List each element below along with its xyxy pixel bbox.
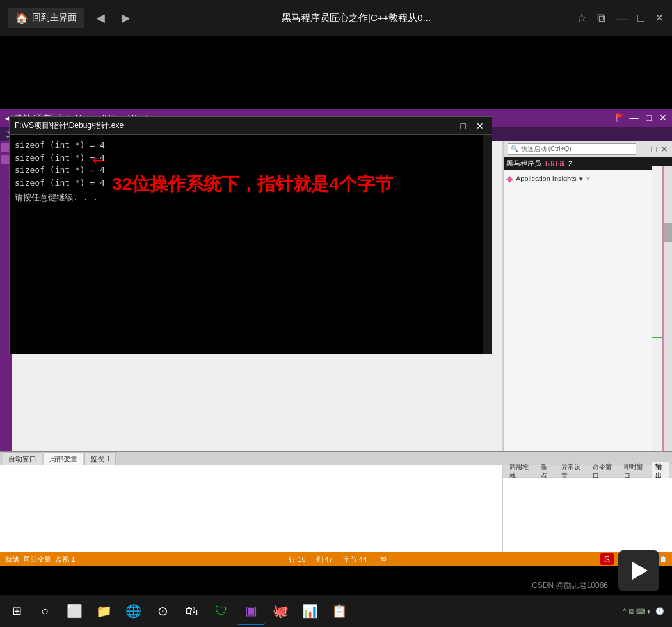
red-arrow: ← xyxy=(93,149,104,170)
home-label: 回到主界面 xyxy=(32,12,77,24)
debug-tabs-row: 调用堆栈 断点 异常设置 命令窗口 即时窗口 输出 xyxy=(503,465,672,478)
taskbar-vs[interactable]: ▣ xyxy=(237,597,265,625)
taskbar-git[interactable]: 🐙 xyxy=(266,597,294,625)
vs-window: ◀ 指针 (正在运行) - Microsoft Visual Studio 🚩 … xyxy=(0,109,672,566)
vs-statusbar: 就绪 局部变量 监视 1 行 16 列 47 字节 44 Ins S 中 ♦ ♦… xyxy=(0,552,672,566)
vs-window-buttons: — □ ✕ xyxy=(630,113,667,123)
extra1-icon: 📊 xyxy=(302,603,318,619)
console-scrollbar[interactable] xyxy=(483,135,492,354)
windows-icon: ⊞ xyxy=(12,604,22,618)
edge-icon: 🌐 xyxy=(125,603,141,619)
bottom-left-area xyxy=(0,465,502,552)
quick-launch-input[interactable]: 🔍 快速启动 (Ctrl+Q) xyxy=(508,143,636,155)
close-rs-icon[interactable]: ✕ xyxy=(660,144,668,154)
console-line-2: sizeof (int *) = 4 xyxy=(15,152,477,164)
app-insights-caret: ▾ xyxy=(579,175,583,183)
vs-close-button[interactable]: ✕ xyxy=(659,113,667,123)
console-buttons: — □ ✕ xyxy=(439,121,486,131)
console-restore-button[interactable]: □ xyxy=(458,121,468,131)
tab-locals[interactable]: 局部变量 xyxy=(44,452,83,465)
taskbar-360[interactable]: 🛡 xyxy=(207,597,236,625)
extra2-icon: 📋 xyxy=(332,603,348,619)
bilibili-icon: bili bili xyxy=(545,160,564,168)
search-icon: ○ xyxy=(41,604,49,619)
console-text: sizeof (int *) = 4 sizeof (int *) = 4 si… xyxy=(10,135,483,354)
taskbar: ⊞ ○ ⬜ 📁 🌐 ⊙ 🛍 🛡 ▣ 🐙 📊 xyxy=(0,595,672,627)
minimize-rs-icon[interactable]: — xyxy=(639,144,648,154)
console-body: sizeof (int *) = 4 sizeof (int *) = 4 si… xyxy=(10,135,492,354)
taskbar-search[interactable]: ○ xyxy=(31,597,59,625)
right-sidebar-body: ◆ Application Insights ▾ ✕ xyxy=(504,170,672,187)
play-button-overlay[interactable] xyxy=(618,550,659,591)
app-insights-row: ◆ Application Insights ▾ ✕ xyxy=(506,172,669,185)
console-close-button[interactable]: ✕ xyxy=(474,121,486,131)
csdn-text: CSDN @励志君10086 xyxy=(532,581,608,590)
start-button[interactable]: ⊞ xyxy=(3,597,31,625)
csdn-watermark: CSDN @励志君10086 xyxy=(532,580,608,591)
close-icon[interactable]: ✕ xyxy=(655,11,664,25)
taskbar-chrome[interactable]: ⊙ xyxy=(148,597,177,625)
home-icon: 🏠 xyxy=(15,12,28,24)
vs-icon: ▣ xyxy=(245,603,257,618)
taskbar-taskview[interactable]: ⬜ xyxy=(60,597,88,625)
restore-icon[interactable]: □ xyxy=(637,12,644,25)
console-minimize-button[interactable]: — xyxy=(439,121,453,131)
search-icon: 🔍 xyxy=(511,145,518,152)
pin-icon[interactable]: ☆ xyxy=(577,11,587,25)
tab-watch[interactable]: 监视 1 xyxy=(84,452,116,465)
status-ready: 就绪 xyxy=(5,555,19,564)
maxrestore-rs-icon[interactable]: □ xyxy=(652,144,657,154)
forward-button[interactable]: ▶ xyxy=(116,8,136,28)
store-icon: 🛍 xyxy=(186,604,198,619)
top-icon: Z xyxy=(568,160,573,168)
app-insights-extra: ✕ xyxy=(586,175,591,182)
bottom-right-area: 调用堆栈 断点 异常设置 命令窗口 即时窗口 输出 xyxy=(502,465,672,552)
vs-bottom-panels: 自动窗口 局部变量 监视 1 调用堆栈 断点 异常设置 命令窗口 即时窗口 输出 xyxy=(0,451,672,552)
quick-launch-label: 快速启动 (Ctrl+Q) xyxy=(521,145,572,154)
360-icon: 🛡 xyxy=(215,604,228,619)
chrome-icon: ⊙ xyxy=(157,603,168,619)
console-titlebar: F:\VS项目\指针\Debug\指针.exe — □ ✕ xyxy=(10,117,492,135)
vs-right-sidebar: 🔍 快速启动 (Ctrl+Q) — □ ✕ 黑马程序员 bili bili Z … xyxy=(502,141,672,451)
status-row: 行 16 xyxy=(289,555,305,564)
vs-restore-button[interactable]: □ xyxy=(646,113,652,123)
annotation-text: 32位操作系统下，指针就是4个字节 xyxy=(112,172,393,196)
taskbar-edge[interactable]: 🌐 xyxy=(119,597,147,625)
taskbar-explorer[interactable]: 📁 xyxy=(90,597,118,625)
bilibili-area: 黑马程序员 bili bili Z xyxy=(504,157,672,170)
right-scrollbar[interactable] xyxy=(664,166,672,451)
taskbar-appstore[interactable]: 🛍 xyxy=(178,597,206,625)
status-watch: 监视 1 xyxy=(55,555,75,564)
vs-icon-flag: 🚩 xyxy=(615,113,625,122)
app-insights-icon: ◆ xyxy=(506,173,513,184)
bilibili-label: 黑马程序员 xyxy=(506,159,541,168)
status-char: 字节 44 xyxy=(343,555,367,564)
statusbar-mid: 行 16 列 47 字节 44 Ins xyxy=(80,555,595,564)
right-scrollbar-thumb[interactable] xyxy=(664,223,672,242)
taskbar-icons: ○ ⬜ 📁 🌐 ⊙ 🛍 🛡 ▣ 🐙 📊 📋 xyxy=(31,597,623,625)
vs-minimize-button[interactable]: — xyxy=(630,113,639,123)
home-button[interactable]: 🏠 回到主界面 xyxy=(8,8,84,28)
console-line-1: sizeof (int *) = 4 xyxy=(15,139,477,152)
statusbar-left: 就绪 局部变量 监视 1 xyxy=(5,555,75,564)
taskbar-right: ^ 🖥 ⌨ ♦ 🕐 xyxy=(623,607,669,615)
status-ins: Ins xyxy=(377,555,387,564)
play-icon xyxy=(632,562,648,580)
browser-bar: 🏠 回到主界面 ◀ ▶ 黑马程序员匠心之作|C++教程从0... ☆ ⧉ — □… xyxy=(0,0,672,36)
toolbar-icons: ☆ ⧉ — □ ✕ xyxy=(577,11,664,25)
taskbar-extra1[interactable]: 📊 xyxy=(296,597,324,625)
right-sidebar-icons: — □ ✕ xyxy=(639,144,668,154)
taskbar-clock: 🕐 xyxy=(655,607,664,615)
taskbar-extra2[interactable]: 📋 xyxy=(325,597,353,625)
right-sidebar-top: 🔍 快速启动 (Ctrl+Q) — □ ✕ xyxy=(504,141,672,157)
tab-auto-window[interactable]: 自动窗口 xyxy=(3,452,42,465)
mini-scroll-indicator xyxy=(652,166,664,451)
console-title: F:\VS项目\指针\Debug\指针.exe xyxy=(15,120,439,131)
debug-content xyxy=(503,478,672,552)
status-locals: 局部变量 xyxy=(23,555,51,564)
minimize-icon[interactable]: — xyxy=(616,12,627,25)
back-button[interactable]: ◀ xyxy=(91,8,110,28)
sougo-icon: S xyxy=(600,553,614,565)
app-insights-label: Application Insights xyxy=(516,175,577,182)
pip-icon[interactable]: ⧉ xyxy=(597,12,605,25)
